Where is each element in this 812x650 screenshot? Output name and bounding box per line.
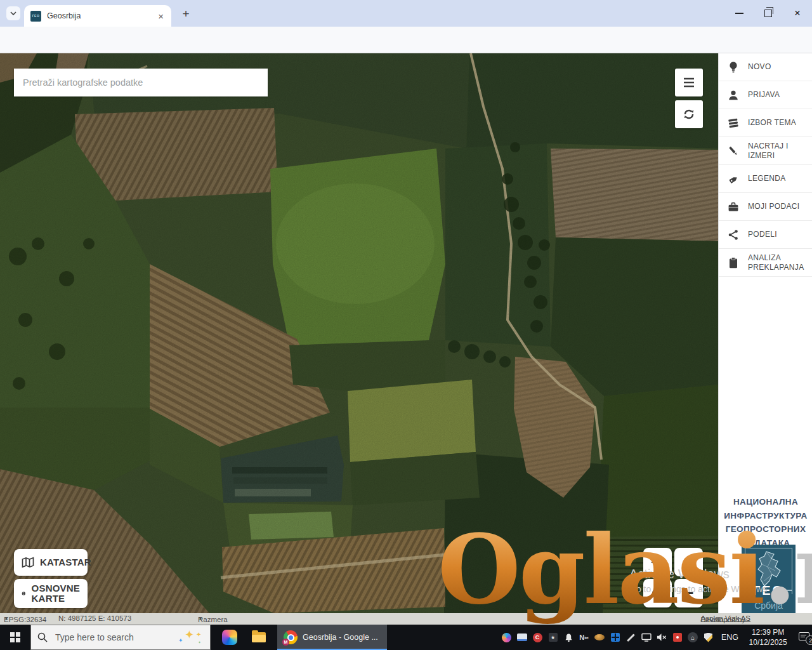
minimize-icon (735, 13, 743, 14)
tray-red-c-icon[interactable]: C (532, 632, 542, 642)
refresh-icon (682, 107, 696, 121)
search-icon (37, 632, 48, 642)
screen: ГЕО Geosrbija × + × a3.geosrbija.rs ☆ M (0, 0, 812, 650)
zoom-out-button[interactable]: − (674, 579, 703, 607)
minus-icon: − (683, 585, 693, 602)
map-refresh-button[interactable] (675, 100, 703, 128)
briefcase-icon (727, 201, 740, 213)
serbia-map-icon (754, 550, 784, 587)
sidebar-item-label: IZBOR TEMA (748, 118, 810, 127)
chevron-down-icon (10, 11, 16, 16)
sidebar-item-label: NOVO (748, 62, 810, 71)
new-tab-button[interactable]: + (179, 7, 193, 21)
plus-icon: + (683, 554, 693, 571)
satellite-map[interactable] (0, 53, 718, 613)
sidebar-item-label: LEGENDA (748, 174, 810, 183)
overview-globe-button[interactable] (643, 579, 672, 607)
hamburger-icon (683, 77, 695, 88)
window-close-button[interactable]: × (783, 0, 812, 27)
window-restore-button[interactable] (754, 0, 783, 27)
person-icon (727, 89, 740, 102)
sidebar: NOVO PRIJAVA IZBOR TEMA NACRTAJ I IZMERI… (718, 53, 812, 613)
tray-notepad-icon[interactable]: N✂ (579, 632, 589, 642)
sidebar-item-podeli[interactable]: PODELI (719, 221, 812, 249)
tray-network-icon[interactable] (641, 632, 652, 642)
start-button[interactable] (0, 625, 30, 650)
language-indicator[interactable]: ENG (721, 633, 738, 642)
coordinates-readout: N: 4987125 E: 410573 (58, 614, 131, 622)
crosshair-icon (651, 555, 665, 569)
tray-card-icon[interactable] (517, 632, 527, 642)
chevron-down-icon: ▼ (4, 616, 9, 621)
taskbar-search[interactable]: ✦ ✦ ✦ ✦ (30, 625, 211, 650)
copilot-icon[interactable] (222, 630, 237, 645)
sidebar-item-analiza-preklapanja[interactable]: ANALIZA PREKLAPANJA (719, 249, 812, 277)
sidebar-item-nacrtaj-i-izmeri[interactable]: NACRTAJ I IZMERI (719, 137, 812, 165)
share-icon (727, 229, 740, 241)
geo-srbija-logo[interactable]: ГЕО Србија (742, 545, 796, 613)
folded-map-icon (22, 556, 34, 569)
tray-grid-app-icon[interactable] (610, 632, 620, 642)
sidebar-item-label: MOJI PODACI (748, 202, 810, 211)
sidebar-item-label: ANALIZA PREKLAPANJA (748, 253, 810, 272)
system-tray: C ★ N✂ ⌂ ENG 12:39 PM 10/12/2025 (501, 625, 812, 650)
sidebar-item-prijava[interactable]: PRIJAVA (719, 81, 812, 109)
tab-title: Geosrbija (47, 11, 157, 20)
tray-copilot-icon[interactable] (501, 632, 511, 642)
katastar-label: KATASTAR (40, 557, 91, 567)
browser-tab[interactable]: ГЕО Geosrbija × (24, 5, 171, 27)
katastar-button[interactable]: KATASTAR (14, 549, 88, 576)
clipboard-icon (727, 256, 740, 269)
chrome-icon: M (284, 630, 298, 644)
map-status-bar: EPSG:32634 ▼ N: 4987125 E: 410573 Razmer… (0, 613, 812, 625)
sidebar-item-novo[interactable]: NOVO (719, 53, 812, 81)
map-search-input[interactable] (14, 69, 268, 96)
osnovne-karte-button[interactable]: OSNOVNEKARTE (14, 579, 88, 608)
geolocate-button[interactable] (643, 548, 672, 576)
browser-toolbar: a3.geosrbija.rs ☆ M (0, 27, 812, 53)
file-explorer-icon[interactable] (251, 630, 266, 645)
profile-badge: M (282, 639, 289, 646)
notification-center-button[interactable]: 2 (799, 632, 812, 643)
tab-close-icon[interactable]: × (157, 11, 165, 22)
tab-list-button[interactable] (6, 6, 20, 20)
tray-burger-icon[interactable] (594, 632, 605, 642)
notification-count-badge: 2 (806, 635, 812, 645)
lightbulb-icon (727, 61, 740, 74)
layers-icon (727, 117, 740, 129)
taskbar-search-input[interactable] (54, 632, 158, 643)
satellite-imagery (0, 53, 718, 613)
sidebar-item-label: NACRTAJ I IZMERI (748, 142, 810, 160)
logo-geo-text: ГЕО (742, 583, 796, 598)
windows-taskbar: ✦ ✦ ✦ ✦ M Geosrbija - Google ... C ★ N✂ (0, 625, 812, 650)
windows-logo-icon (10, 632, 20, 642)
geosrbija-favicon: ГЕО (30, 11, 41, 22)
pencil-icon (727, 145, 740, 157)
sidebar-item-moji-podaci[interactable]: MOJI PODACI (719, 193, 812, 221)
clock-time: 12:39 PM (749, 627, 787, 637)
tray-volume-muted-icon[interactable] (657, 632, 667, 642)
sidebar-item-legenda[interactable]: LEGENDA (719, 165, 812, 193)
nigp-text: НАЦИОНАЛНА ИНФРАСТРУКТУРА ГЕОПРОСТОРНИХ … (719, 495, 812, 550)
clock-date: 10/12/2025 (749, 637, 787, 647)
tray-recorder-icon[interactable] (672, 632, 683, 642)
logo-srbija-text: Србија (742, 600, 796, 611)
tag-icon (727, 173, 740, 185)
map-menu-button[interactable] (675, 69, 703, 96)
zoom-in-button[interactable]: + (674, 548, 703, 576)
chrome-task-label: Geosrbija - Google ... (303, 633, 378, 642)
tray-home-icon[interactable]: ⌂ (688, 632, 698, 642)
tray-bell-icon[interactable] (563, 632, 573, 642)
chrome-task-button[interactable]: M Geosrbija - Google ... (277, 625, 387, 650)
sidebar-item-izbor-tema[interactable]: IZBOR TEMA (719, 109, 812, 137)
tray-security-shield-icon[interactable] (704, 632, 714, 642)
tray-pen-icon[interactable] (625, 632, 636, 642)
sidebar-item-label: PODELI (748, 230, 810, 239)
dark-globe-icon (651, 587, 665, 600)
window-minimize-button[interactable] (724, 0, 754, 27)
developed-by: Developed by Asplan Viak AS (701, 614, 750, 622)
taskbar-clock[interactable]: 12:39 PM 10/12/2025 (749, 627, 787, 647)
tray-star-app-icon[interactable]: ★ (548, 632, 558, 642)
osnovne-karte-label: OSNOVNEKARTE (32, 583, 80, 604)
copilot-sparkles-icon: ✦ ✦ ✦ ✦ (177, 628, 204, 647)
